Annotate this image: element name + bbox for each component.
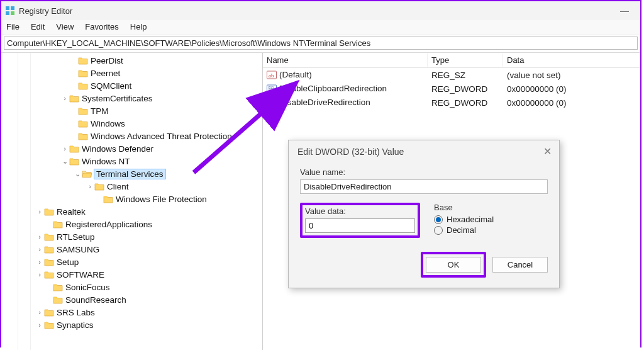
main-split: ›PeerDist›Peernet›SQMClient›SystemCertif… xyxy=(1,53,640,350)
value-data-label: Value data: xyxy=(305,206,415,216)
tree-item[interactable]: ›RegisteredApplications xyxy=(1,218,262,230)
tree-item[interactable]: ›TPM xyxy=(1,104,262,117)
tree-item[interactable]: ›Windows Defender xyxy=(1,142,262,155)
menu-edit[interactable]: Edit xyxy=(31,22,45,31)
value-name-field[interactable]: DisableDriveRedirection xyxy=(300,179,548,194)
folder-icon xyxy=(53,295,63,304)
menu-help[interactable]: Help xyxy=(130,22,147,31)
chevron-right-icon[interactable]: › xyxy=(60,94,69,102)
folder-open-icon xyxy=(82,169,92,178)
tree-item[interactable]: ⌄Terminal Services xyxy=(1,167,262,180)
menu-bar: File Edit View Favorites Help xyxy=(1,20,640,35)
folder-icon xyxy=(44,232,54,241)
chevron-right-icon[interactable]: › xyxy=(35,208,44,215)
tree-item[interactable]: ›Client xyxy=(1,180,262,193)
title-bar: Registry Editor — xyxy=(1,1,640,20)
address-input[interactable]: Computer\HKEY_LOCAL_MACHINE\SOFTWARE\Pol… xyxy=(4,37,638,50)
tree-item[interactable]: ›Setup xyxy=(1,256,262,268)
value-type: REG_DWORD xyxy=(428,82,503,96)
col-type[interactable]: Type xyxy=(428,54,503,67)
tree-item[interactable]: ›SRS Labs xyxy=(1,306,262,319)
tree-item[interactable]: ›SQMClient xyxy=(1,79,262,92)
ok-highlight: OK xyxy=(421,252,486,278)
radio-icon xyxy=(434,226,443,235)
folder-icon xyxy=(44,257,54,266)
list-row[interactable]: DisableClipboardRedirectionREG_DWORD0x00… xyxy=(263,82,640,96)
col-name[interactable]: Name xyxy=(263,54,428,67)
tree-item[interactable]: ›Windows File Protection xyxy=(1,193,262,205)
tree-item-label: Terminal Services xyxy=(94,169,165,179)
chevron-down-icon[interactable]: ⌄ xyxy=(60,157,69,166)
tree-item-label: SoundResearch xyxy=(65,295,126,305)
cancel-button[interactable]: Cancel xyxy=(492,257,548,273)
tree-item[interactable]: ›SoundResearch xyxy=(1,293,262,306)
tree-item-label: Windows File Protection xyxy=(116,195,207,204)
folder-icon xyxy=(78,56,88,65)
folder-icon xyxy=(44,308,54,317)
chevron-right-icon[interactable]: › xyxy=(35,246,44,253)
chevron-right-icon[interactable]: › xyxy=(86,183,94,190)
ok-button[interactable]: OK xyxy=(426,257,481,273)
folder-icon xyxy=(44,245,54,254)
tree-item-label: RegisteredApplications xyxy=(65,220,152,229)
chevron-down-icon[interactable]: ⌄ xyxy=(73,170,82,178)
tree-item-label: Realtek xyxy=(57,207,86,217)
folder-icon xyxy=(78,119,88,128)
tree-item[interactable]: ›Peernet xyxy=(1,67,262,79)
chevron-right-icon[interactable]: › xyxy=(35,258,44,266)
chevron-right-icon[interactable]: › xyxy=(35,271,44,278)
value-type: REG_DWORD xyxy=(428,96,503,110)
value-data: (value not set) xyxy=(503,69,640,82)
chevron-right-icon[interactable]: › xyxy=(35,321,44,329)
value-type: REG_SZ xyxy=(428,69,503,82)
menu-favorites[interactable]: Favorites xyxy=(85,22,118,31)
folder-icon xyxy=(53,283,63,291)
tree-item[interactable]: ›RTLSetup xyxy=(1,230,262,243)
address-bar: Computer\HKEY_LOCAL_MACHINE\SOFTWARE\Pol… xyxy=(1,35,640,53)
radio-decimal[interactable]: Decimal xyxy=(434,225,548,235)
svg-rect-1 xyxy=(11,6,14,10)
col-data[interactable]: Data xyxy=(503,54,640,67)
value-name: DisableDriveRedirection xyxy=(279,98,370,107)
folder-icon xyxy=(78,132,88,140)
tree-item-label: SOFTWARE xyxy=(57,270,104,279)
tree-item-label: Windows NT xyxy=(82,157,130,166)
list-row[interactable]: (Default)REG_SZ(value not set) xyxy=(263,68,640,82)
tree-item-label: Client xyxy=(107,182,129,191)
tree-item[interactable]: ›Windows xyxy=(1,117,262,130)
tree-item[interactable]: ⌄Windows NT xyxy=(1,155,262,167)
chevron-right-icon[interactable]: › xyxy=(35,233,44,240)
svg-rect-3 xyxy=(11,11,14,15)
tree-item-label: TPM xyxy=(91,106,109,116)
value-data-input[interactable] xyxy=(305,218,415,233)
tree-pane[interactable]: ›PeerDist›Peernet›SQMClient›SystemCertif… xyxy=(1,53,263,350)
value-data: 0x00000000 (0) xyxy=(503,96,640,110)
tree-item[interactable]: ›SystemCertificates xyxy=(1,92,262,104)
chevron-right-icon[interactable]: › xyxy=(35,308,44,316)
chevron-right-icon[interactable]: › xyxy=(60,145,69,152)
tree-item[interactable]: ›Synaptics xyxy=(1,319,262,331)
close-icon[interactable]: ✕ xyxy=(543,145,552,157)
folder-icon xyxy=(94,182,104,191)
tree-item-label: Windows xyxy=(91,119,125,128)
list-header: Name Type Data xyxy=(263,53,640,68)
tree-item[interactable]: ›SAMSUNG xyxy=(1,243,262,256)
tree-item[interactable]: ›SonicFocus xyxy=(1,281,262,293)
value-name: (Default) xyxy=(279,70,312,79)
tree-item-label: Setup xyxy=(57,257,79,267)
radio-hexadecimal[interactable]: Hexadecimal xyxy=(434,215,548,224)
tree-item[interactable]: ›Windows Advanced Threat Protection xyxy=(1,130,262,142)
tree-item[interactable]: ›SOFTWARE xyxy=(1,268,262,281)
list-pane: Name Type Data (Default)REG_SZ(value not… xyxy=(263,53,640,350)
minimize-button[interactable]: — xyxy=(615,6,634,16)
menu-view[interactable]: View xyxy=(56,22,74,31)
dialog-title: Edit DWORD (32-bit) Value xyxy=(297,147,404,157)
edit-dword-dialog: Edit DWORD (32-bit) Value ✕ Value name: … xyxy=(288,140,560,288)
folder-icon xyxy=(44,270,54,279)
folder-icon xyxy=(103,195,113,203)
tree-item[interactable]: ›PeerDist xyxy=(1,54,262,67)
tree-item[interactable]: ›Realtek xyxy=(1,205,262,218)
menu-file[interactable]: File xyxy=(6,22,19,31)
list-row[interactable]: DisableDriveRedirectionREG_DWORD0x000000… xyxy=(263,96,640,110)
tree-item-label: PeerDist xyxy=(91,56,123,65)
